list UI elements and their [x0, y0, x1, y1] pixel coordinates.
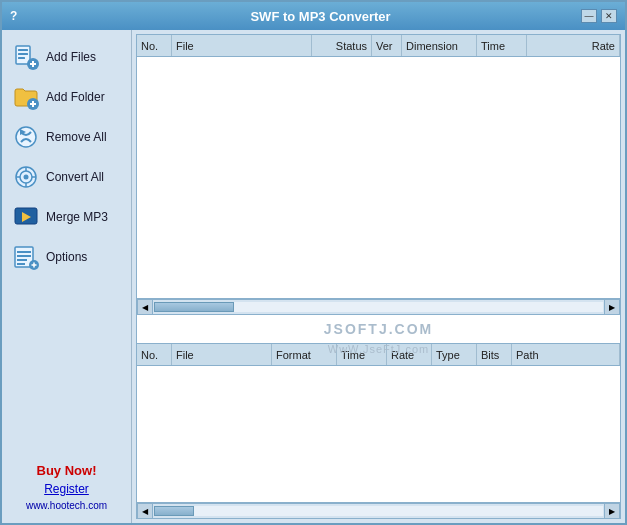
scroll-right-arrow[interactable]: ▶ [604, 299, 620, 315]
scroll-bottom-left-arrow[interactable]: ◀ [137, 503, 153, 519]
sidebar-label-convert-all: Convert All [46, 170, 104, 184]
add-files-icon [12, 43, 40, 71]
bottom-col-path: Path [512, 344, 620, 365]
remove-all-icon [12, 123, 40, 151]
col-header-file: File [172, 35, 312, 56]
help-button[interactable]: ? [10, 9, 17, 23]
svg-point-14 [24, 175, 29, 180]
svg-rect-2 [18, 53, 28, 55]
svg-rect-24 [17, 259, 27, 261]
window-title: SWF to MP3 Converter [60, 9, 581, 24]
main-content: Add Files Add Folder [2, 30, 625, 523]
scroll-thumb-bottom[interactable] [154, 506, 194, 516]
sidebar-item-convert-all[interactable]: Convert All [6, 158, 127, 196]
svg-rect-23 [17, 255, 31, 257]
sidebar-item-merge-mp3[interactable]: Merge MP3 [6, 198, 127, 236]
options-icon [12, 243, 40, 271]
bottom-col-type: Type [432, 344, 477, 365]
col-header-status: Status [312, 35, 372, 56]
bottom-col-file: File [172, 344, 272, 365]
svg-rect-3 [18, 57, 25, 59]
scroll-bottom-right-arrow[interactable]: ▶ [604, 503, 620, 519]
svg-rect-25 [17, 263, 25, 265]
bottom-col-no: No. [137, 344, 172, 365]
add-folder-icon [12, 83, 40, 111]
sidebar: Add Files Add Folder [2, 30, 132, 523]
main-window: ? SWF to MP3 Converter — ✕ [0, 0, 627, 525]
sidebar-item-add-folder[interactable]: Add Folder [6, 78, 127, 116]
col-header-rate: Rate [527, 35, 620, 56]
website-link[interactable]: www.hootech.com [26, 500, 107, 511]
bottom-table: No. File Format Time Rate Type Bits Path [136, 343, 621, 503]
merge-mp3-icon [12, 203, 40, 231]
convert-all-icon [12, 163, 40, 191]
sidebar-label-merge-mp3: Merge MP3 [46, 210, 108, 224]
svg-point-10 [16, 127, 36, 147]
title-bar: ? SWF to MP3 Converter — ✕ [2, 2, 625, 30]
scroll-track-bottom[interactable] [154, 506, 603, 516]
sidebar-item-options[interactable]: Options [6, 238, 127, 276]
sidebar-item-remove-all[interactable]: Remove All [6, 118, 127, 156]
sidebar-item-add-files[interactable]: Add Files [6, 38, 127, 76]
close-button[interactable]: ✕ [601, 9, 617, 23]
watermark-area: JSOFTJ.COM WwW.JseFtJ.com [136, 315, 621, 343]
sidebar-bottom: Buy Now! Register www.hootech.com [6, 463, 127, 515]
watermark-text: JSOFTJ.COM [324, 321, 433, 337]
scroll-track-top[interactable] [154, 302, 603, 312]
top-table-header: No. File Status Ver Dimension Time Rate [137, 35, 620, 57]
bottom-table-body [137, 366, 620, 502]
svg-rect-1 [18, 49, 28, 51]
top-file-table: No. File Status Ver Dimension Time Rate [136, 34, 621, 299]
buy-now-link[interactable]: Buy Now! [37, 463, 97, 478]
right-panel: No. File Status Ver Dimension Time Rate … [132, 30, 625, 523]
col-header-no: No. [137, 35, 172, 56]
sidebar-label-add-files: Add Files [46, 50, 96, 64]
minimize-button[interactable]: — [581, 9, 597, 23]
register-link[interactable]: Register [44, 482, 89, 496]
scroll-left-arrow[interactable]: ◀ [137, 299, 153, 315]
col-header-dimension: Dimension [402, 35, 477, 56]
sidebar-label-add-folder: Add Folder [46, 90, 105, 104]
watermark-subtext: WwW.JseFtJ.com [328, 343, 429, 355]
col-header-time: Time [477, 35, 527, 56]
scroll-thumb-top[interactable] [154, 302, 234, 312]
bottom-scrollbar[interactable]: ◀ ▶ [136, 503, 621, 519]
svg-rect-22 [17, 251, 31, 253]
sidebar-label-remove-all: Remove All [46, 130, 107, 144]
top-scrollbar[interactable]: ◀ ▶ [136, 299, 621, 315]
col-header-ver: Ver [372, 35, 402, 56]
bottom-col-bits: Bits [477, 344, 512, 365]
top-table-body [137, 57, 620, 298]
sidebar-label-options: Options [46, 250, 87, 264]
